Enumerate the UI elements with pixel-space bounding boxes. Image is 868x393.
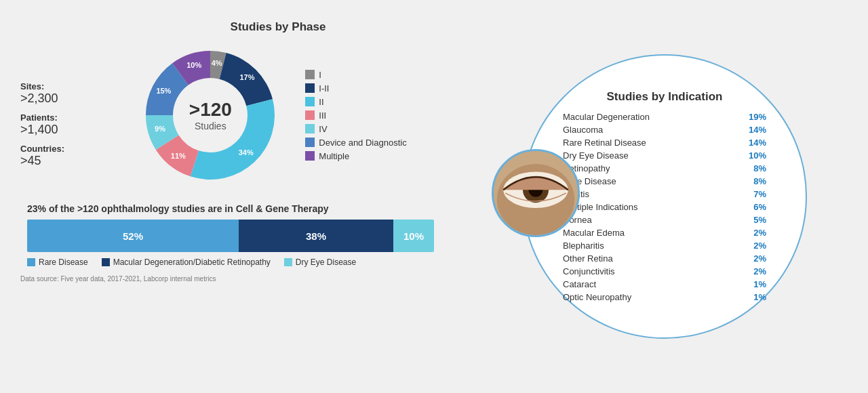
- indication-pct: 2%: [753, 228, 766, 238]
- indication-pct: 6%: [753, 202, 766, 212]
- indication-name: Rare Retinal Disease: [563, 138, 646, 148]
- legend-label: II: [319, 97, 323, 107]
- indication-title: Studies by Indication: [607, 90, 723, 104]
- legend-label: III: [319, 110, 326, 121]
- right-panel: Studies by Indication Macular Degenerati…: [481, 14, 848, 379]
- legend-label: Multiple: [319, 151, 349, 161]
- bar-segment: 38%: [239, 220, 393, 252]
- indication-pct: 8%: [753, 163, 766, 173]
- indication-pct: 14%: [749, 125, 766, 135]
- indication-pct: 2%: [753, 241, 766, 251]
- bar-legend-item: Macular Degeneration/Diabetic Retinopath…: [102, 257, 271, 267]
- circle-container: Studies by Indication Macular Degenerati…: [522, 54, 807, 339]
- bar-segment: 10%: [393, 220, 434, 252]
- indication-row: Rare Retinal Disease14%: [563, 136, 766, 149]
- indication-row: Optic Neuropathy1%: [563, 291, 766, 304]
- legend-item: Device and Diagnostic: [305, 138, 406, 148]
- indication-pct: 14%: [749, 138, 766, 148]
- indication-row: Rare Disease8%: [563, 175, 766, 188]
- bar-legend-dot: [284, 258, 292, 266]
- bar-legend-dot: [27, 258, 35, 266]
- indication-name: Optic Neuropathy: [563, 292, 631, 302]
- indication-row: Blepharitis2%: [563, 239, 766, 252]
- bar-legend-label: Dry Eye Disease: [296, 257, 356, 267]
- bar-legend-label: Macular Degeneration/Diabetic Retinopath…: [113, 257, 271, 267]
- indication-row: Macular Edema2%: [563, 226, 766, 239]
- bar-segment: 52%: [27, 220, 239, 252]
- indication-row: Dry Eye Disease10%: [563, 149, 766, 162]
- indication-row: Conjunctivitis2%: [563, 265, 766, 278]
- indication-pct: 10%: [749, 150, 766, 161]
- indication-row: Macular Degeneration19%: [563, 110, 766, 123]
- indication-name: Cataract: [563, 279, 596, 289]
- sites-value: >2,300: [20, 91, 64, 106]
- legend-item: IV: [305, 124, 406, 134]
- indication-row: Uveitis7%: [563, 188, 766, 201]
- legend-color-box: [305, 97, 315, 106]
- legend-item: I-II: [305, 83, 406, 94]
- donut-section: Studies by Phase 4%17%34%11%9%15%10% >12…: [20, 20, 481, 190]
- eye-svg: [494, 149, 578, 237]
- patients-value: >1,400: [20, 123, 64, 137]
- indication-row: Multiple Indications6%: [563, 201, 766, 213]
- indication-pct: 1%: [753, 279, 766, 289]
- bar-legend-item: Rare Disease: [27, 257, 88, 267]
- indication-row: Cornea5%: [563, 213, 766, 226]
- patients-label: Patients:: [20, 112, 64, 123]
- indication-row: Cataract1%: [563, 278, 766, 291]
- bar-legend: Rare DiseaseMacular Degeneration/Diabeti…: [27, 257, 481, 267]
- indication-name: Blepharitis: [563, 241, 604, 251]
- indication-pct: 1%: [753, 292, 766, 302]
- legend-color-box: [305, 151, 315, 161]
- countries-value: >45: [20, 154, 64, 168]
- svg-text:11%: 11%: [171, 152, 186, 160]
- eye-image: [492, 149, 580, 237]
- svg-text:34%: 34%: [239, 148, 254, 157]
- svg-text:9%: 9%: [155, 125, 165, 133]
- indication-pct: 5%: [753, 215, 766, 225]
- indication-pct: 2%: [753, 266, 766, 276]
- donut-center-label: Studies: [189, 121, 232, 131]
- indication-table: Macular Degeneration19%Glaucoma14%Rare R…: [563, 110, 766, 304]
- indication-pct: 7%: [753, 189, 766, 199]
- legend-label: Device and Diagnostic: [319, 138, 406, 148]
- sites-label: Sites:: [20, 81, 64, 91]
- indication-name: Macular Edema: [563, 228, 625, 238]
- bar-chart: 52%38%10%: [27, 220, 434, 252]
- main-container: Sites: >2,300 Patients: >1,400 Countries…: [0, 0, 868, 393]
- indication-name: Dry Eye Disease: [563, 150, 629, 161]
- indication-name: Macular Degeneration: [563, 112, 650, 122]
- legend-item: I: [305, 70, 406, 80]
- bar-legend-label: Rare Disease: [39, 257, 88, 267]
- legend-color-box: [305, 83, 315, 93]
- donut-row: 4%17%34%11%9%15%10% >120 Studies II-IIII…: [136, 41, 406, 190]
- datasource: Data source: Five year data, 2017-2021, …: [20, 275, 481, 283]
- indication-name: Other Retina: [563, 253, 613, 264]
- svg-text:4%: 4%: [212, 59, 222, 67]
- legend-label: I: [319, 70, 321, 80]
- donut-center-value: >120: [189, 99, 232, 121]
- bar-title: 23% of the >120 ophthalmology studies ar…: [27, 203, 481, 214]
- legend-label: I-II: [319, 83, 329, 94]
- bar-section: 23% of the >120 ophthalmology studies ar…: [27, 203, 481, 267]
- bar-legend-dot: [102, 258, 110, 266]
- indication-name: Conjunctivitis: [563, 266, 615, 276]
- stats-section: Sites: >2,300 Patients: >1,400 Countries…: [20, 81, 64, 175]
- legend-color-box: [305, 124, 315, 133]
- countries-label: Countries:: [20, 144, 64, 154]
- indication-row: Other Retina2%: [563, 252, 766, 265]
- legend-color-box: [305, 70, 315, 79]
- legend-item: II: [305, 97, 406, 107]
- svg-text:15%: 15%: [157, 87, 172, 95]
- indication-pct: 2%: [753, 253, 766, 264]
- legend-item: Multiple: [305, 151, 406, 161]
- indication-pct: 19%: [749, 112, 766, 122]
- indication-row: Retinopathy8%: [563, 162, 766, 175]
- svg-text:10%: 10%: [187, 61, 202, 69]
- legend-label: IV: [319, 124, 327, 134]
- indication-row: Glaucoma14%: [563, 123, 766, 136]
- svg-text:17%: 17%: [240, 73, 255, 81]
- left-panel: Sites: >2,300 Patients: >1,400 Countries…: [20, 14, 481, 379]
- indication-pct: 8%: [753, 176, 766, 186]
- donut-center: >120 Studies: [189, 99, 232, 131]
